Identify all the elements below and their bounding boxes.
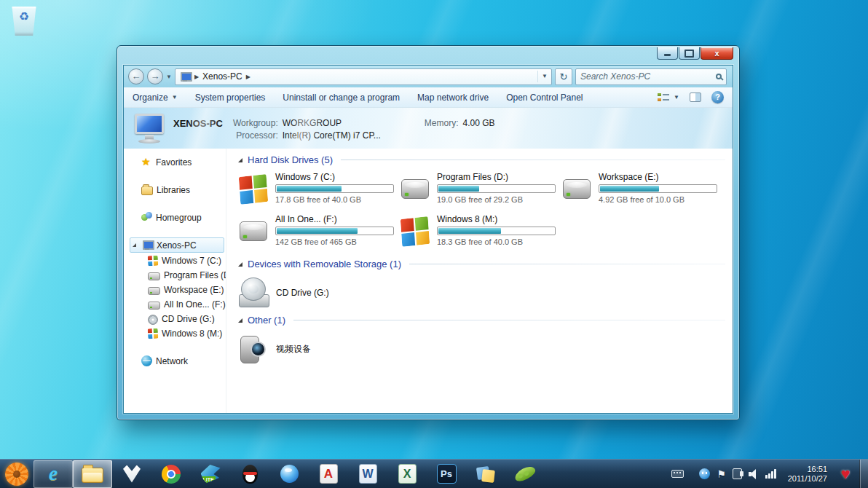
expand-arrow-icon [132,243,138,247]
drive-tile-windows-8-m[interactable]: Windows 8 (M:)18.3 GB free of 40.0 GB [400,213,561,249]
capacity-bar [437,184,556,193]
device-icon-wrap [238,278,269,308]
flag-tray-icon[interactable]: ⚑ [717,469,726,479]
organize-button[interactable]: Organize ▼ [133,93,178,103]
search-box [575,68,727,85]
usb-tray-icon[interactable] [733,468,742,479]
adobe-reader-icon: A [320,464,338,484]
toolbar-item-system-properties[interactable]: System properties [195,93,266,103]
sidebar-item-program-files-d[interactable]: Program Files (D:) [130,268,224,283]
section-header-removable[interactable]: Devices with Removable Storage (1) [238,259,725,269]
keyboard-tray-icon[interactable] [671,470,684,478]
address-bar[interactable]: ▶ Xenos-PC ▶ ▼ [175,68,552,85]
drive-tile-windows-7-c[interactable]: Windows 7 (C:)17.8 GB free of 40.0 GB [238,171,400,207]
address-dropdown-icon[interactable]: ▼ [537,71,548,82]
start-button[interactable] [0,460,33,488]
sidebar-item-label: Favorites [156,157,192,168]
taskbar-water-drop-app[interactable] [269,460,309,488]
sidebar-item-cd-drive-g[interactable]: CD Drive (G:) [130,312,224,326]
taskbar-internet-explorer[interactable]: e [33,460,73,488]
sidebar-item-label: All In One... (F:) [164,299,226,310]
back-button[interactable]: ← [128,68,144,84]
taskbar-excel[interactable]: X [387,460,427,488]
face-tray-icon[interactable] [699,468,710,479]
section-rule [341,160,725,160]
taskbar: eLITEAWXPs ⚑ 16:51 2011/10/27 ♥ [0,459,868,488]
section-title: Devices with Removable Storage (1) [248,259,401,269]
pea-pod-app-icon [513,464,537,484]
drive-tile-workspace-e[interactable]: Workspace (E:)4.92 GB free of 10.0 GB [561,171,723,207]
drive-name: Workspace (E:) [599,172,723,182]
nav-history-dropdown[interactable]: ▼ [166,74,172,80]
capacity-bar-fill [438,186,479,192]
toolbar-item-open-control-panel[interactable]: Open Control Panel [506,93,583,103]
toolbar-item-uninstall-or-change-a-program[interactable]: Uninstall or change a program [283,93,400,103]
show-desktop-button[interactable] [859,460,868,488]
taskbar-qq[interactable] [230,460,269,488]
maximize-button[interactable] [679,47,700,60]
device-item-item[interactable]: 视频设备 [238,331,725,366]
forward-button[interactable]: → [147,68,163,84]
heart-app-tray-icon[interactable]: ♥ [833,460,858,488]
drive-info: Windows 8 (M:)18.3 GB free of 40.0 GB [437,213,561,249]
capacity-bar-fill [438,228,501,234]
sidebar-item-all-in-one-f[interactable]: All In One... (F:) [130,297,224,312]
section-header-other[interactable]: Other (1) [238,315,725,326]
taskbar-clock[interactable]: 16:51 2011/10/27 [782,465,833,484]
cd-icon [148,315,158,325]
drive-tile-program-files-d[interactable]: Program Files (D:)19.0 GB free of 29.2 G… [400,171,561,207]
search-input[interactable] [580,71,716,82]
workgroup-label: Workgroup: [233,118,278,128]
taskbar-adobe-reader[interactable]: A [309,460,348,488]
sidebar-item-homegroup[interactable]: Homegroup [130,210,224,225]
sidebar-item-network[interactable]: Network [130,353,224,369]
refresh-button[interactable]: ↻ [555,68,572,85]
drive-free-space: 4.92 GB free of 10.0 GB [599,195,723,204]
taskbar-word[interactable]: W [348,460,387,488]
sidebar-item-windows-8-m[interactable]: Windows 8 (M:) [130,326,224,341]
breadcrumb-separator-icon: ▶ [246,74,250,80]
system-tray: ⚑ [671,468,782,479]
sidebar-item-libraries[interactable]: Libraries [130,182,224,197]
device-name: 视频设备 [276,343,311,355]
minimize-button[interactable] [657,47,678,60]
sidebar-group-network: Network [130,353,224,369]
drive-name: All In One... (F:) [275,214,400,224]
taskbar-lite-app[interactable]: LITE [191,460,230,488]
sidebar-group-libraries: Libraries [130,182,224,197]
taskbar-pea-pod-app[interactable] [505,460,545,488]
sidebar-item-windows-7-c[interactable]: Windows 7 (C:) [130,253,224,268]
monitor-icon [133,112,166,144]
taskbar-windows-explorer[interactable] [73,460,112,488]
drive-free-space: 18.3 GB free of 40.0 GB [437,237,561,246]
device-item-cd-drive-g[interactable]: CD Drive (G:) [238,275,725,310]
vol-tray-icon[interactable] [749,469,759,479]
taskbar-notes-app[interactable] [466,460,505,488]
sidebar-group-homegroup: Homegroup [130,210,224,225]
start-orb-icon [5,463,28,486]
sidebar-item-workspace-e[interactable]: Workspace (E:) [130,283,224,297]
taskbar-photoshop[interactable]: Ps [427,460,466,488]
section-header-hard-disks[interactable]: Hard Disk Drives (5) [238,154,725,165]
drive-name: Windows 8 (M:) [437,214,561,224]
signal-tray-icon[interactable] [765,469,776,479]
drive-name: Windows 7 (C:) [275,172,400,182]
homegroup-icon [141,212,152,223]
close-button[interactable]: x [701,47,733,60]
recycle-bin-icon[interactable]: ♻ [9,4,39,38]
section-rule [293,320,725,320]
toolbar-item-map-network-drive[interactable]: Map network drive [417,93,489,103]
sidebar-children: Windows 7 (C:)Program Files (D:)Workspac… [130,253,224,341]
sidebar-item-xenos-pc[interactable]: Xenos-PC [130,237,224,253]
change-view-button[interactable]: ▼ [658,93,679,103]
breadcrumb[interactable]: Xenos-PC [202,71,242,82]
help-button[interactable]: ? [711,91,724,103]
taskbar-foobar2000[interactable] [112,460,151,488]
hdd-drive-icon [240,221,267,241]
taskbar-google-chrome[interactable] [151,460,191,488]
drive-free-space: 17.8 GB free of 40.0 GB [275,195,400,204]
search-icon[interactable] [716,74,722,79]
preview-pane-button[interactable] [690,93,701,102]
sidebar-item-favorites[interactable]: Favorites [130,154,224,170]
drive-tile-all-in-one-f[interactable]: All In One... (F:)142 GB free of 465 GB [238,213,400,249]
